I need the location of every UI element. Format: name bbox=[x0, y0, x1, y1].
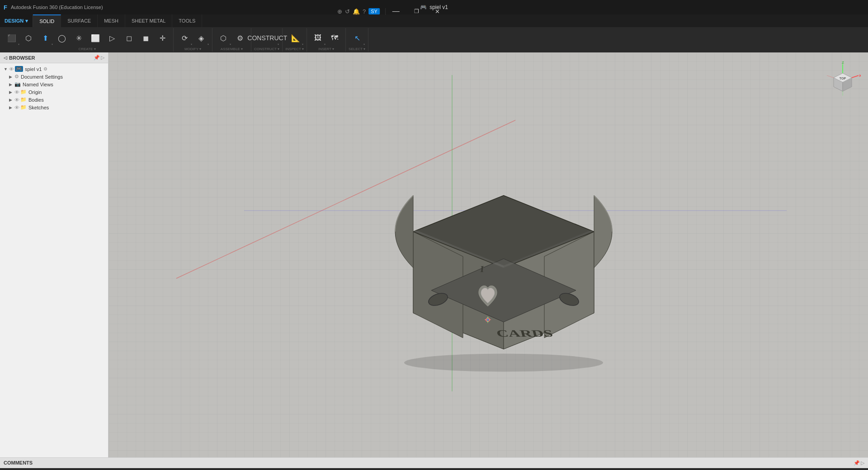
browser-item-origin[interactable]: ▶ 👁 📁 Origin bbox=[0, 88, 108, 96]
tool-sweep[interactable]: ◯ bbox=[54, 30, 70, 46]
workspace-arrow: ▾ bbox=[25, 18, 28, 24]
named-views-icon: 📷 bbox=[14, 81, 21, 87]
tab-surface[interactable]: SURFACE bbox=[61, 14, 98, 27]
browser-pin-btn[interactable]: 📌 bbox=[94, 55, 100, 61]
toolbar: ⬛▾ ⬡ ⬆▾ ◯ ✳ ⬜ ▷ bbox=[0, 27, 868, 52]
help-btn[interactable]: ? bbox=[363, 8, 366, 15]
tool-select[interactable]: ↖▾ bbox=[349, 30, 365, 46]
browser-item-named-views[interactable]: ▶ 📷 Named Views bbox=[0, 80, 108, 88]
workspace-selector[interactable]: DESIGN ▾ bbox=[0, 14, 33, 27]
tool-new-component[interactable]: ⬛▾ bbox=[4, 30, 20, 46]
win-maximize[interactable]: ❐ bbox=[406, 4, 427, 19]
eye-icon-bodies[interactable]: 👁 bbox=[14, 97, 19, 103]
tool-press-pull[interactable]: ⟳▾ bbox=[176, 30, 193, 46]
tool-revolve[interactable]: ⬆▾ bbox=[37, 30, 53, 46]
tool-thread[interactable]: ✛ bbox=[154, 30, 170, 46]
window-controls: ⊕ ↺ 🔔 ? SY — ❐ ✕ bbox=[332, 4, 448, 19]
titlebar-left: F Autodesk Fusion 360 (Education License… bbox=[4, 4, 103, 11]
app-icon: F bbox=[4, 4, 7, 11]
svg-point-3 bbox=[404, 354, 603, 372]
expand-bodies[interactable]: ▶ bbox=[9, 98, 14, 102]
tab-sheet-metal[interactable]: SHEET METAL bbox=[125, 14, 172, 27]
browser-item-doc-settings-label: Document Settings bbox=[21, 74, 63, 80]
toolbar-group-create: ⬛▾ ⬡ ⬆▾ ◯ ✳ ⬜ ▷ bbox=[1, 28, 174, 52]
tool-emboss[interactable]: ◻ bbox=[121, 30, 137, 46]
comments-bar: COMMENTS 📌 ▷ bbox=[0, 457, 868, 468]
browser-item-root-label: spiel v1 bbox=[25, 66, 42, 72]
toolbar-group-select: ↖▾ SELECT ▾ bbox=[346, 28, 368, 52]
browser-expand-btn[interactable]: ▷ bbox=[101, 55, 104, 61]
viewport[interactable]: CARDS I bbox=[108, 52, 868, 457]
notifications-btn[interactable]: 🔔 bbox=[353, 8, 360, 15]
tool-web[interactable]: ▷ bbox=[104, 30, 120, 46]
browser-title: BROWSER bbox=[9, 55, 35, 61]
browser-item-bodies-label: Bodies bbox=[28, 97, 44, 103]
browser-panel: ◁ BROWSER 📌 ▷ ▼ 👁 🎮 spiel v1 ⚙ ▶ bbox=[0, 52, 108, 457]
root-label-icon: 🎮 bbox=[15, 66, 23, 72]
expand-named-views[interactable]: ▶ bbox=[9, 82, 14, 87]
expand-origin[interactable]: ▶ bbox=[9, 90, 14, 94]
tool-extrude[interactable]: ⬡ bbox=[20, 30, 37, 46]
tool-as-built-joint[interactable]: ⚙ bbox=[232, 30, 248, 46]
win-close[interactable]: ✕ bbox=[427, 4, 448, 19]
svg-point-20 bbox=[487, 319, 489, 321]
titlebar: F Autodesk Fusion 360 (Education License… bbox=[0, 0, 868, 14]
comments-label: COMMENTS bbox=[4, 460, 33, 465]
settings-gear-icon[interactable]: ⚙ bbox=[43, 66, 47, 71]
folder-icon-sketches: 📁 bbox=[20, 104, 27, 110]
eye-icon-sketches[interactable]: 👁 bbox=[14, 105, 19, 110]
svg-line-25 bbox=[852, 75, 859, 78]
toolbar-group-inspect: 📐▾ INSPECT ▾ bbox=[283, 28, 307, 52]
tab-mesh[interactable]: MESH bbox=[98, 14, 125, 27]
eye-icon-root[interactable]: 👁 bbox=[9, 66, 14, 72]
tab-tools[interactable]: TOOLS bbox=[172, 14, 202, 27]
nav-cube-label: TOP bbox=[840, 77, 846, 80]
browser-collapse-icon[interactable]: ◁ bbox=[4, 55, 7, 60]
comments-pin-btn[interactable]: 📌 bbox=[854, 460, 860, 466]
expand-doc-settings[interactable]: ▶ bbox=[9, 75, 14, 79]
browser-item-origin-label: Origin bbox=[28, 89, 42, 95]
browser-item-sketches[interactable]: ▶ 👁 📁 Sketches bbox=[0, 103, 108, 111]
tool-construct[interactable]: CONSTRUCT▾ bbox=[255, 30, 279, 46]
nav-cube[interactable]: TOP X Z bbox=[825, 60, 861, 96]
win-minimize[interactable]: — bbox=[386, 4, 406, 19]
svg-text:Z: Z bbox=[842, 61, 844, 65]
new-tab-btn[interactable]: ⊕ bbox=[337, 8, 342, 15]
folder-icon-bodies: 📁 bbox=[20, 97, 27, 103]
svg-line-26 bbox=[827, 75, 834, 78]
toolbar-group-construct: CONSTRUCT▾ CONSTRUCT ▾ bbox=[251, 28, 283, 52]
browser-item-named-views-label: Named Views bbox=[23, 82, 53, 87]
expand-root[interactable]: ▼ bbox=[4, 67, 9, 71]
browser-item-bodies[interactable]: ▶ 👁 📁 Bodies bbox=[0, 96, 108, 103]
tab-solid[interactable]: SOLID bbox=[33, 14, 61, 27]
svg-text:X: X bbox=[859, 74, 861, 78]
tool-rib[interactable]: ⬜ bbox=[87, 30, 104, 46]
bottom-bar: ⏮ ⏪ ◀ ▶ ⏩ ⏭ bbox=[0, 468, 868, 470]
browser-header: ◁ BROWSER 📌 ▷ bbox=[0, 52, 108, 63]
toolbar-group-assemble: ⬡▾ ⚙ ASSEMBLE ▾ bbox=[212, 28, 251, 52]
tool-inspect[interactable]: 📐▾ bbox=[288, 30, 304, 46]
3d-model: CARDS I bbox=[359, 132, 648, 378]
tool-decal[interactable]: 🗺 bbox=[326, 30, 343, 46]
browser-item-root[interactable]: ▼ 👁 🎮 spiel v1 ⚙ bbox=[0, 65, 108, 73]
tool-fillet[interactable]: ◈▾ bbox=[193, 30, 209, 46]
toolbar-group-modify: ⟳▾ ◈▾ MODIFY ▾ bbox=[174, 28, 212, 52]
browser-tree: ▼ 👁 🎮 spiel v1 ⚙ ▶ ⚙ Document Settings ▶ bbox=[0, 63, 108, 457]
expand-sketches[interactable]: ▶ bbox=[9, 105, 14, 110]
tool-hole[interactable]: ◼ bbox=[137, 30, 154, 46]
gear-icon-doc: ⚙ bbox=[14, 74, 19, 80]
eye-icon-origin[interactable]: 👁 bbox=[14, 89, 19, 95]
comments-expand-btn[interactable]: ▷ bbox=[861, 460, 864, 466]
app-title: Autodesk Fusion 360 (Education License) bbox=[11, 5, 103, 10]
main-area: ◁ BROWSER 📌 ▷ ▼ 👁 🎮 spiel v1 ⚙ ▶ bbox=[0, 52, 868, 457]
tool-insert-canvas[interactable]: 🖼▾ bbox=[310, 30, 326, 46]
tool-joint[interactable]: ⬡▾ bbox=[215, 30, 231, 46]
toolbar-area: DESIGN ▾ SOLID SURFACE MESH SHEET METAL … bbox=[0, 14, 868, 52]
refresh-btn[interactable]: ↺ bbox=[345, 8, 350, 15]
folder-icon-origin: 📁 bbox=[20, 89, 27, 95]
tool-loft[interactable]: ✳ bbox=[71, 30, 87, 46]
toolbar-group-insert: 🖼▾ 🗺 INSERT ▾ bbox=[307, 28, 346, 52]
browser-item-doc-settings[interactable]: ▶ ⚙ Document Settings bbox=[0, 73, 108, 80]
user-avatar[interactable]: SY bbox=[368, 8, 380, 14]
titlebar-center: 🎮 spiel v1 ⊕ ↺ 🔔 ? SY — ❐ ✕ bbox=[420, 4, 448, 10]
